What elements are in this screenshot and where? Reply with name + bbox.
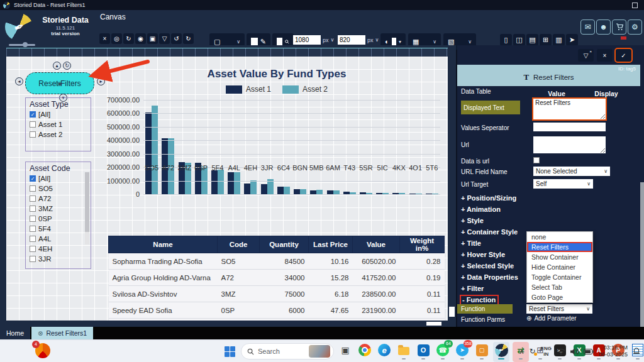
clear-filter-icon[interactable]: ▽×: [578, 49, 594, 62]
taskbar-item-chrome[interactable]: [357, 342, 373, 362]
checkbox-unchecked[interactable]: [30, 185, 36, 192]
target-icon[interactable]: ◎: [111, 33, 122, 44]
checkbox-checked[interactable]: ✓: [30, 111, 36, 118]
filter-option[interactable]: ✓[All]: [30, 111, 87, 118]
filter-list-asset-code[interactable]: Asset Code✓[All]SO5A723MZ0SP5F4A4L4EH3JR: [25, 162, 91, 269]
redo-icon[interactable]: ↻: [183, 33, 194, 44]
copy-icon[interactable]: ▣: [147, 33, 158, 44]
dropdown-option[interactable]: Select Tab: [527, 282, 592, 292]
filter-list-asset-type[interactable]: Asset Type✓[All]Asset 1Asset 2: [25, 97, 91, 151]
apply-check-icon[interactable]: ✓: [616, 49, 631, 62]
checkbox-unchecked[interactable]: [30, 206, 36, 212]
displayed-text-input[interactable]: Reset Filters: [533, 99, 606, 119]
taskbar-item-storied-data[interactable]: ✒: [493, 342, 509, 362]
values-seperator-input[interactable]: [533, 123, 606, 131]
report-icon[interactable]: ▤: [526, 34, 538, 46]
checkbox-unchecked[interactable]: [30, 121, 36, 128]
canvas-height-input[interactable]: [338, 35, 365, 45]
grid-icon[interactable]: ⊞: [540, 34, 552, 46]
filter-option[interactable]: 3MZ: [30, 205, 87, 212]
checkbox-checked[interactable]: ✓: [30, 175, 36, 182]
add-parameter-button[interactable]: ⊕Add Parameter: [526, 315, 577, 322]
clock[interactable]: 03:16 PM06-03-2025: [599, 344, 628, 358]
dropdown-option[interactable]: Toggle Container: [527, 272, 592, 282]
filter-option[interactable]: A4L: [30, 235, 87, 243]
url-field-name-select[interactable]: None Selected∨: [533, 167, 610, 176]
checkbox-unchecked[interactable]: [30, 131, 36, 138]
checkbox-unchecked[interactable]: [30, 195, 36, 202]
panel-scrollbar[interactable]: [640, 45, 644, 327]
scrollbar-thumb[interactable]: [449, 307, 455, 317]
filter-option[interactable]: 3JR: [30, 255, 87, 263]
settings-gear-icon[interactable]: ⚙: [628, 19, 642, 35]
refresh-icon[interactable]: ↻: [123, 33, 134, 44]
chevron-down-icon[interactable]: ∨: [375, 37, 379, 43]
checkbox-unchecked[interactable]: [30, 236, 36, 242]
close-tab-icon[interactable]: ⊗: [38, 330, 43, 337]
function-select[interactable]: Reset Filters∨: [526, 304, 592, 314]
dropdown-option[interactable]: none: [527, 232, 592, 242]
preview-eye-icon[interactable]: ◉: [135, 33, 146, 44]
reset-filters-widget[interactable]: Reset Filters ◉: [25, 72, 94, 94]
community-icon[interactable]: ☻: [596, 19, 611, 35]
taskbar-item-task-view[interactable]: ▣: [337, 342, 353, 362]
filter-option[interactable]: ✓[All]: [30, 175, 87, 182]
taskbar-item-telegram[interactable]: ➤358: [454, 342, 470, 362]
wifi-icon[interactable]: [557, 348, 565, 355]
canvas-vertical-scrollbar[interactable]: [448, 48, 456, 321]
checkbox-unchecked[interactable]: [30, 256, 36, 262]
scrollbar-thumb[interactable]: [85, 172, 89, 232]
page-tab-reset-filters1[interactable]: ⊗Reset Filters1: [31, 327, 93, 339]
design-canvas[interactable]: Reset Filters ◉ ◂ ▸ ▴ ↻ ▾ Asset Type✓[Al…: [6, 57, 448, 321]
checkbox-unchecked[interactable]: [30, 216, 36, 222]
checkbox-unchecked[interactable]: [30, 226, 36, 232]
move-up-handle[interactable]: ▴: [53, 62, 61, 70]
undo-icon[interactable]: ↺: [171, 33, 182, 44]
language-indicator[interactable]: ENGIN: [541, 346, 552, 357]
filter-option[interactable]: Asset 2: [30, 131, 87, 138]
filter-option[interactable]: Asset 1: [30, 121, 87, 128]
scrollbar-thumb[interactable]: [640, 182, 644, 327]
scrollbar-thumb[interactable]: [426, 322, 441, 326]
mail-icon[interactable]: ✉: [580, 19, 595, 35]
taskbar-item-whatsapp[interactable]: ☎64: [435, 342, 451, 362]
sync-status-icon[interactable]: ↻: [530, 347, 536, 356]
section--position-sizing[interactable]: + Position/Sizing: [457, 192, 570, 204]
dropdown-option[interactable]: Goto Page: [527, 292, 592, 302]
filter-option[interactable]: 0SP: [30, 215, 87, 222]
rotate-handle[interactable]: ↻: [63, 62, 71, 70]
save-icon[interactable]: ◫: [513, 34, 525, 46]
filter-option[interactable]: 4EH: [30, 245, 87, 253]
speaker-icon[interactable]: [570, 348, 579, 355]
chevron-down-icon[interactable]: ∨: [331, 37, 335, 43]
close-canvas-icon[interactable]: ×: [99, 33, 110, 44]
document-icon[interactable]: ▥: [553, 34, 565, 46]
funnel-icon[interactable]: ▽: [159, 33, 170, 44]
list-scrollbar[interactable]: [85, 172, 89, 244]
window-restore-icon[interactable]: [632, 3, 638, 8]
start-button[interactable]: [221, 342, 238, 361]
tray-overflow-chevron-icon[interactable]: ∧: [519, 348, 524, 356]
run-icon[interactable]: ➤: [566, 34, 578, 46]
taskbar-search[interactable]: Search: [241, 343, 334, 359]
corner-app-icon[interactable]: 4: [35, 343, 50, 358]
page-tab-home[interactable]: Home: [0, 327, 30, 339]
data-is-url-checkbox[interactable]: [533, 157, 540, 163]
dropdown-option[interactable]: Reset Filters: [527, 242, 592, 252]
filter-option[interactable]: SO5: [30, 185, 87, 192]
notification-bell-icon[interactable]: [633, 348, 640, 355]
taskbar-item-file-explorer[interactable]: [396, 342, 412, 362]
dropdown-option[interactable]: Show Container: [527, 252, 592, 262]
checkbox-unchecked[interactable]: [30, 246, 36, 252]
slider-knob[interactable]: [23, 42, 28, 47]
dropdown-option[interactable]: Hide Container: [527, 262, 592, 272]
canvas-width-input[interactable]: [293, 35, 321, 45]
battery-icon[interactable]: [584, 349, 594, 354]
section--style[interactable]: + Style: [457, 215, 570, 226]
url-target-select[interactable]: Self∨: [533, 179, 593, 189]
taskbar-item-screen-capture[interactable]: ▢: [474, 342, 490, 362]
section--animation[interactable]: + Animation: [457, 204, 570, 215]
url-input[interactable]: [533, 136, 606, 153]
filter-option[interactable]: A72: [30, 195, 87, 202]
taskbar-item-edge[interactable]: e: [376, 342, 392, 362]
